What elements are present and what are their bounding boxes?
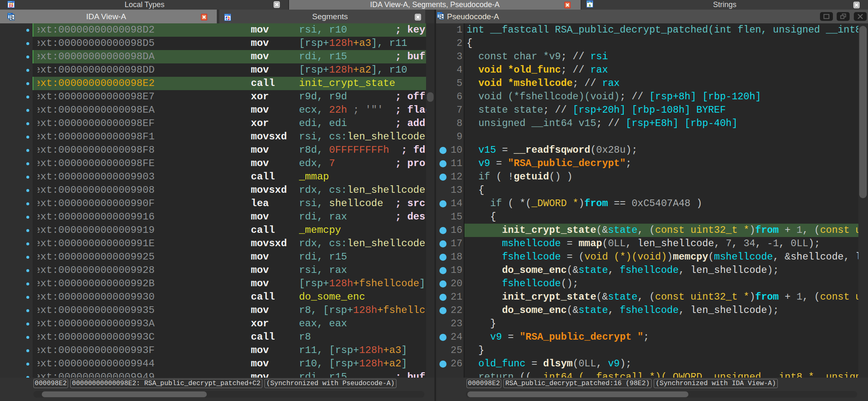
svg-text:‘: ‘ xyxy=(587,0,589,6)
svg-text:’: ’ xyxy=(591,0,592,6)
